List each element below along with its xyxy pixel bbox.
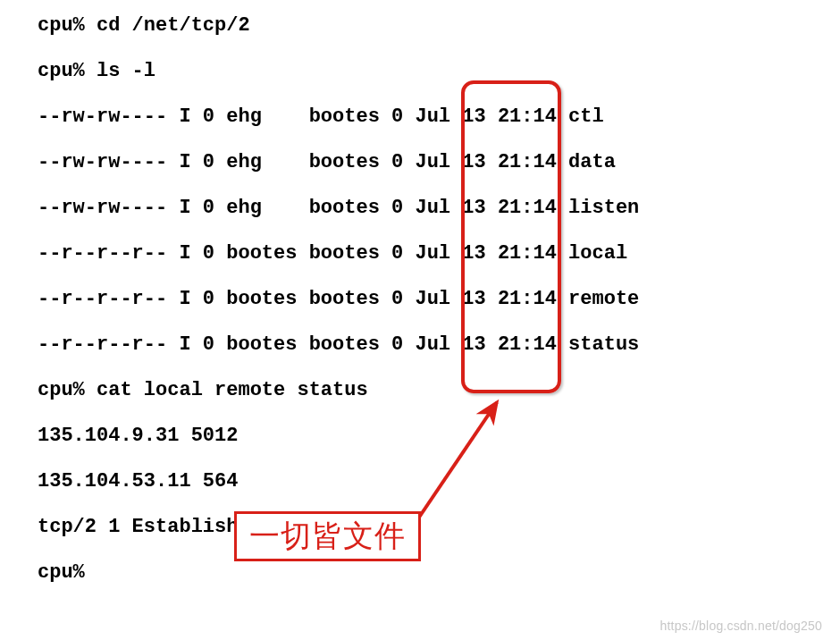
- watermark-text: https://blog.csdn.net/dog250: [659, 619, 822, 633]
- terminal-line: cpu% cat local remote status: [38, 381, 840, 400]
- annotation-label: 一切皆文件: [234, 511, 421, 561]
- terminal-line: 135.104.53.11 564: [38, 472, 840, 492]
- terminal-line: 135.104.9.31 5012: [38, 426, 840, 446]
- terminal-line: tcp/2 1 Established connect: [38, 518, 840, 537]
- terminal-line: --rw-rw---- I 0 ehg bootes 0 Jul 13 21:1…: [38, 153, 840, 173]
- terminal-line: cpu% ls -l: [38, 62, 840, 81]
- terminal-line: --r--r--r-- I 0 bootes bootes 0 Jul 13 2…: [38, 335, 840, 355]
- terminal-output: cpu% cd /net/tcp/2 cpu% ls -l --rw-rw---…: [38, 16, 840, 583]
- terminal-line: cpu%: [38, 563, 840, 583]
- terminal-line: --rw-rw---- I 0 ehg bootes 0 Jul 13 21:1…: [38, 107, 840, 127]
- terminal-line: --r--r--r-- I 0 bootes bootes 0 Jul 13 2…: [38, 290, 840, 309]
- terminal-line: --r--r--r-- I 0 bootes bootes 0 Jul 13 2…: [38, 244, 840, 264]
- terminal-line: cpu% cd /net/tcp/2: [38, 16, 840, 36]
- terminal-line: --rw-rw---- I 0 ehg bootes 0 Jul 13 21:1…: [38, 198, 840, 218]
